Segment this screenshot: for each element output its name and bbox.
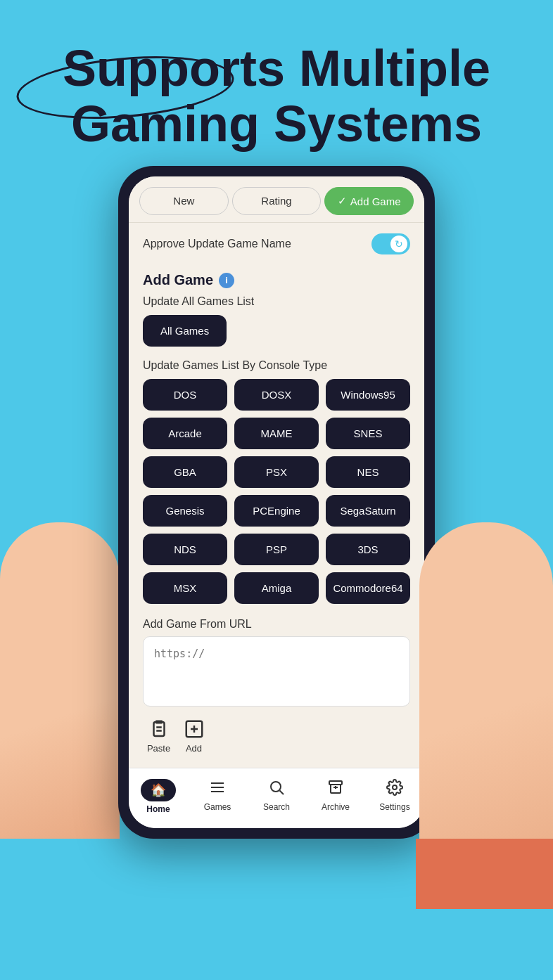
console-button-3ds[interactable]: 3DS: [326, 534, 410, 565]
console-button-genesis[interactable]: Genesis: [143, 495, 227, 527]
toggle-switch[interactable]: [371, 233, 410, 254]
phone-frame: New Rating ✓ Add Game Approve Update Gam…: [118, 166, 435, 839]
nav-archive[interactable]: Archive: [306, 775, 365, 818]
check-icon: ✓: [338, 195, 347, 207]
tab-add-game[interactable]: ✓ Add Game: [324, 187, 414, 215]
svg-rect-1: [153, 722, 164, 736]
hand-right: [419, 522, 553, 909]
nav-settings-label: Settings: [379, 802, 409, 812]
svg-rect-12: [329, 781, 342, 785]
console-button-arcade[interactable]: Arcade: [143, 418, 227, 449]
nav-search-label: Search: [263, 802, 290, 812]
console-button-psx[interactable]: PSX: [234, 456, 319, 488]
top-tab-bar: New Rating ✓ Add Game: [129, 176, 424, 223]
console-button-nds[interactable]: NDS: [143, 534, 227, 565]
nav-settings[interactable]: Settings: [365, 775, 424, 818]
phone-screen: New Rating ✓ Add Game Approve Update Gam…: [129, 176, 424, 828]
nav-games[interactable]: Games: [188, 775, 247, 818]
console-button-psp[interactable]: PSP: [234, 534, 319, 565]
console-button-amiga[interactable]: Amiga: [234, 572, 319, 604]
hand-left: [0, 522, 120, 839]
nav-games-label: Games: [204, 802, 231, 812]
all-games-button[interactable]: All Games: [143, 315, 227, 347]
console-button-msx[interactable]: MSX: [143, 572, 227, 604]
paste-icon: [146, 716, 171, 741]
paste-label: Paste: [147, 743, 170, 754]
console-button-mame[interactable]: MAME: [234, 418, 319, 449]
nav-archive-label: Archive: [322, 802, 350, 812]
content-area: Add Game i Update All Games List All Gam…: [129, 265, 424, 768]
archive-icon: [327, 779, 344, 799]
console-button-segasaturn[interactable]: SegaSaturn: [326, 495, 410, 527]
update-by-console-label: Update Games List By Console Type: [143, 359, 410, 372]
tab-new[interactable]: New: [139, 187, 229, 215]
nav-search[interactable]: Search: [247, 775, 306, 818]
info-icon[interactable]: i: [219, 273, 234, 288]
console-button-dosx[interactable]: DOSX: [234, 379, 319, 411]
console-button-dos[interactable]: DOS: [143, 379, 227, 411]
settings-icon: [386, 779, 403, 799]
console-button-nes[interactable]: NES: [326, 456, 410, 488]
toggle-row: Approve Update Game Name: [129, 223, 424, 265]
toggle-label: Approve Update Game Name: [143, 238, 291, 250]
games-icon: [209, 779, 226, 799]
bottom-nav: 🏠 Home Games: [129, 768, 424, 828]
add-icon: [182, 716, 206, 741]
add-label: Add: [186, 743, 202, 754]
add-item[interactable]: Add: [182, 716, 206, 754]
url-section: Add Game From URL: [143, 618, 410, 709]
search-icon: [268, 779, 285, 799]
console-button-pcengine[interactable]: PCEngine: [234, 495, 319, 527]
url-input[interactable]: [143, 636, 410, 707]
phone-container: New Rating ✓ Add Game Approve Update Gam…: [0, 166, 553, 839]
url-section-label: Add Game From URL: [143, 618, 410, 631]
svg-line-11: [280, 791, 284, 795]
update-all-label: Update All Games List: [143, 295, 410, 308]
console-grid: DOSDOSXWindows95ArcadeMAMESNESGBAPSXNESG…: [143, 379, 410, 604]
tab-rating[interactable]: Rating: [232, 187, 322, 215]
nav-home-label: Home: [146, 804, 170, 814]
toggle-knob: [390, 236, 407, 252]
paste-item[interactable]: Paste: [146, 716, 171, 754]
home-icon-bg: 🏠: [141, 779, 176, 801]
hero-section: Supports Multiple Gaming Systems: [0, 0, 553, 166]
console-button-commodore64[interactable]: Commodore64: [326, 572, 410, 604]
console-button-gba[interactable]: GBA: [143, 456, 227, 488]
add-game-title: Add Game i: [143, 272, 410, 288]
svg-point-10: [271, 782, 281, 792]
console-button-windows95[interactable]: Windows95: [326, 379, 410, 411]
console-button-snes[interactable]: SNES: [326, 418, 410, 449]
nav-home[interactable]: 🏠 Home: [129, 775, 188, 818]
home-icon: 🏠: [151, 782, 166, 798]
svg-point-14: [393, 785, 397, 789]
paste-add-row: Paste Add: [143, 716, 410, 754]
